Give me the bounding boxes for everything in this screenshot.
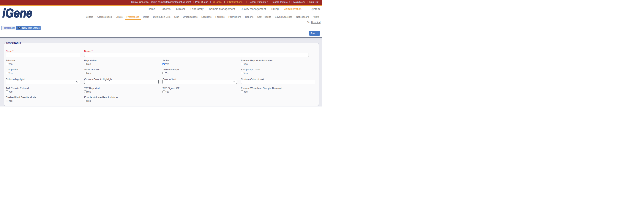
svg-text:iGene: iGene bbox=[2, 7, 32, 18]
